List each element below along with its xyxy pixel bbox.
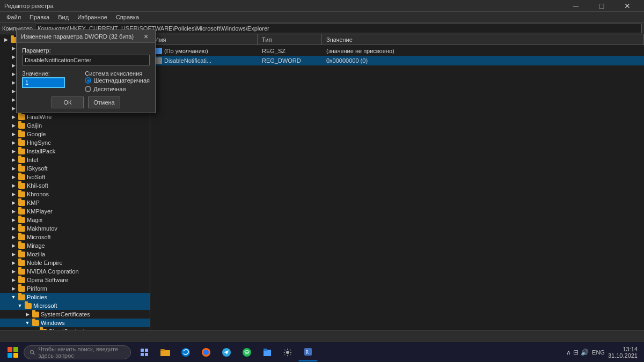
reg-value-default: (значение не присвоено) <box>322 48 644 54</box>
menu-file[interactable]: Файл <box>2 13 25 21</box>
taskbar-app-settings[interactable] <box>278 343 297 361</box>
tree-item-mirage[interactable]: ▶ Mirage <box>0 241 150 250</box>
param-value-input[interactable] <box>22 55 150 65</box>
clock[interactable]: 13:14 31.10.2021 <box>608 346 638 359</box>
tree-item-windows[interactable]: ▼ Windows <box>0 319 150 327</box>
param-label: Параметр: <box>22 47 150 54</box>
tree-item-kmplayer[interactable]: ▶ KMPlayer <box>0 207 150 216</box>
radio-group: Шестнадцатеричная Десятичная <box>85 77 150 92</box>
radio-hex-label: Шестнадцатеричная <box>93 77 150 84</box>
tray-volume-icon[interactable]: 🔊 <box>581 349 589 356</box>
lang-indicator[interactable]: ENG <box>592 349 605 356</box>
spotify-icon <box>242 348 252 357</box>
start-button[interactable] <box>2 343 24 361</box>
tree-item-microsoft[interactable]: ▶ Microsoft <box>0 233 150 241</box>
menu-favorites[interactable]: Избранное <box>73 13 112 21</box>
value-input[interactable] <box>22 77 65 88</box>
windows-logo-icon <box>8 347 18 358</box>
minimize-button[interactable]: ─ <box>564 1 588 11</box>
tree-item-khilsoft[interactable]: ▶ Khil-soft <box>0 181 150 190</box>
taskbar-app-telegram[interactable] <box>217 343 236 361</box>
reg-type-dword: REG_DWORD <box>258 57 322 64</box>
tree-item-intel[interactable]: ▶ Intel <box>0 156 150 164</box>
task-view-icon <box>140 348 150 357</box>
settings-icon <box>283 348 292 357</box>
registry-row-dword[interactable]: DisableNotificati... REG_DWORD 0x0000000… <box>150 56 644 65</box>
tree-item-nvidia[interactable]: ▶ NVIDIA Corporation <box>0 267 150 276</box>
registry-row-default[interactable]: (По умолчанию) REG_SZ (значение не присв… <box>150 46 644 56</box>
svg-point-10 <box>203 350 209 355</box>
taskbar-app-regedit[interactable]: R <box>298 343 318 361</box>
maximize-button[interactable]: □ <box>589 1 614 11</box>
menu-edit[interactable]: Правка <box>25 13 54 21</box>
taskbar-app-explorer[interactable] <box>156 343 175 361</box>
reg-type-default: REG_SZ <box>258 48 322 54</box>
taskbar: Чтобы начать поиск, введите здесь запрос <box>0 342 644 362</box>
column-headers: Имя Тип Значение <box>150 34 644 45</box>
tray-arrow-icon[interactable]: ∧ <box>566 349 571 356</box>
edit-dword-dialog: Изменение параметра DWORD (32 бита) × Па… <box>16 29 156 113</box>
svg-point-15 <box>286 351 289 354</box>
close-button[interactable]: ✕ <box>615 1 640 11</box>
tree-item-installpack[interactable]: ▶ InstallPack <box>0 147 150 156</box>
system-tray: ∧ ⊟ 🔊 <box>566 349 589 356</box>
radio-dec-item[interactable]: Десятичная <box>85 86 150 92</box>
radio-hex-item[interactable]: Шестнадцатеричная <box>85 77 150 84</box>
tray-network-icon[interactable]: ⊟ <box>573 349 579 356</box>
taskbar-app-firefox[interactable] <box>196 343 216 361</box>
radio-dec[interactable] <box>85 86 91 92</box>
taskbar-app-edge[interactable] <box>176 343 195 361</box>
svg-rect-3 <box>145 349 148 352</box>
dialog-body: Параметр: Значение: Система исчисления Ш… <box>17 43 155 113</box>
tree-item-khronos[interactable]: ▶ Khronos <box>0 190 150 198</box>
tree-item-google[interactable]: ▶ Google <box>0 130 150 138</box>
svg-text:R: R <box>306 350 309 355</box>
dialog-close-button[interactable]: × <box>141 32 151 41</box>
tree-item-opera[interactable]: ▶ Opera Software <box>0 276 150 284</box>
menu-help[interactable]: Справка <box>112 13 143 21</box>
radio-dec-label: Десятичная <box>93 86 126 92</box>
file-explorer-icon <box>160 348 171 357</box>
arrow-network: ▶ <box>2 36 10 43</box>
tree-item-hngsync[interactable]: ▶ HngSync <box>0 138 150 147</box>
edge-browser-icon <box>181 348 191 357</box>
status-bar <box>0 330 644 342</box>
tree-item-makhmutov[interactable]: ▶ Makhmutov <box>0 224 150 233</box>
ok-button[interactable]: ОК <box>52 97 84 108</box>
tree-item-systemcert[interactable]: ▶ SystemCertificates <box>0 310 150 319</box>
svg-rect-2 <box>141 349 144 352</box>
tree-item-piriform[interactable]: ▶ Piriform <box>0 284 150 293</box>
col-header-name: Имя <box>150 34 258 45</box>
tree-item-mozilla[interactable]: ▶ Mozilla <box>0 250 150 258</box>
tree-item-finalwire[interactable]: ▶ FinalWire <box>0 113 150 121</box>
radio-hex[interactable] <box>85 77 91 84</box>
tree-item-magix[interactable]: ▶ Magix <box>0 216 150 224</box>
tree-item-ivosoft[interactable]: ▶ IvoSoft <box>0 173 150 181</box>
tree-item-policies-microsoft[interactable]: ▼ Microsoft <box>0 301 150 310</box>
svg-line-1 <box>33 353 35 354</box>
tree-item-policies[interactable]: ▼ Policies <box>0 293 150 301</box>
tree-item-kmp[interactable]: ▶ KMP <box>0 198 150 207</box>
cancel-button[interactable]: Отмена <box>88 97 120 108</box>
window-controls: ─ □ ✕ <box>564 1 640 11</box>
right-panel: Имя Тип Значение (По умолчанию) REG_SZ (… <box>150 34 644 342</box>
svg-rect-14 <box>264 349 267 351</box>
taskbar-apps: R <box>135 343 318 361</box>
taskbar-app-filemanager[interactable] <box>258 343 277 361</box>
tree-item-gaijin[interactable]: ▶ Gaijin <box>0 121 150 130</box>
search-placeholder: Чтобы начать поиск, введите здесь запрос <box>38 346 125 359</box>
svg-rect-5 <box>145 353 148 356</box>
time-display: 13:14 <box>608 346 638 352</box>
dialog-buttons: ОК Отмена <box>22 97 150 108</box>
firefox-icon <box>201 348 211 357</box>
reg-name-default: (По умолчанию) <box>150 48 258 54</box>
taskbar-right: ∧ ⊟ 🔊 ENG 13:14 31.10.2021 <box>566 346 642 359</box>
taskbar-search[interactable]: Чтобы начать поиск, введите здесь запрос <box>24 345 131 359</box>
taskbar-app-taskview[interactable] <box>135 343 155 361</box>
telegram-icon <box>222 348 231 357</box>
tree-item-iskysoft[interactable]: ▶ iSkysoft <box>0 164 150 173</box>
value-section: Значение: <box>22 70 76 92</box>
taskbar-app-spotify[interactable] <box>237 343 257 361</box>
tree-item-nobleempire[interactable]: ▶ Noble Empire <box>0 258 150 267</box>
menu-view[interactable]: Вид <box>54 13 73 21</box>
